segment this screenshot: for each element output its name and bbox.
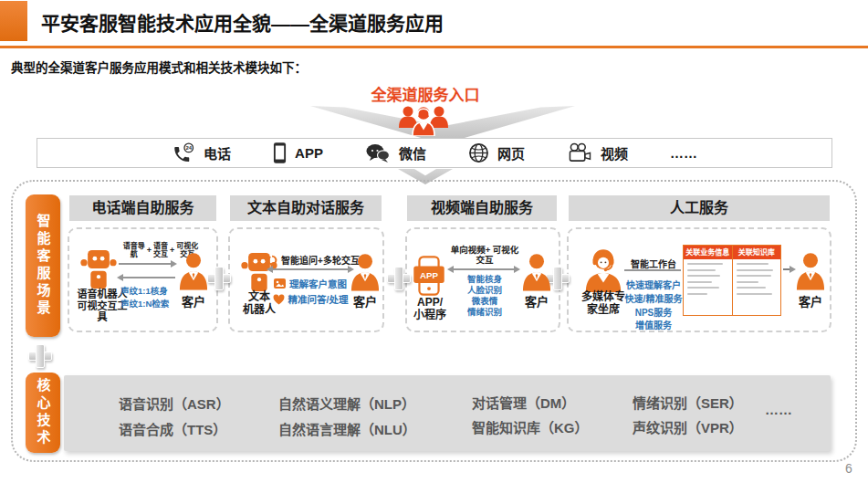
channel-label: 视频 bbox=[601, 143, 628, 163]
panel-body bbox=[733, 259, 781, 315]
feature-precise-service: 快速/精准服务 bbox=[619, 291, 688, 305]
linked-info-panel: 关联业务信息 关联知识库 bbox=[683, 245, 781, 316]
channel-phone: 24 电话 bbox=[172, 142, 231, 163]
column-title-human: 人工服务 bbox=[569, 195, 830, 221]
channel-app: APP bbox=[273, 142, 323, 164]
feature-microexpression: 微表情 bbox=[453, 296, 517, 307]
arrow-label-workbench: 智能工作台 bbox=[626, 257, 681, 270]
column-title-phone: 电话端自助服务 bbox=[69, 195, 216, 221]
customer-icon bbox=[350, 253, 380, 291]
heart-icon bbox=[273, 294, 285, 305]
panel-header: 关联知识库 bbox=[733, 246, 781, 259]
phone-24-icon: 24 bbox=[172, 142, 195, 163]
arrow-left bbox=[119, 277, 175, 278]
slide: 平安客服智能技术应用全貌——全渠道服务应用 典型的全渠道客户服务应用模式和相关技… bbox=[0, 0, 868, 483]
globe-icon bbox=[468, 142, 489, 163]
column-title-video: 视频端自助服务 bbox=[407, 195, 557, 221]
customer-icon bbox=[796, 252, 825, 290]
smartphone-icon bbox=[273, 142, 287, 164]
customer-icon bbox=[179, 252, 208, 290]
tech-dm: 对话管理（DM） bbox=[472, 393, 575, 412]
customer-label: 客户 bbox=[792, 292, 829, 310]
actor-label-app: APP/ 小程序 bbox=[403, 297, 456, 322]
linked-knowledge-column: 关联知识库 bbox=[733, 246, 781, 315]
feature-voiceprint-1to1: 声纹1:1核身 bbox=[120, 284, 168, 297]
arrow-bidirectional bbox=[449, 268, 518, 270]
svg-text:24: 24 bbox=[185, 145, 192, 151]
feature-value-add: 增值服务 bbox=[619, 318, 688, 331]
page-title: 平安客服智能技术应用全貌——全渠道服务应用 bbox=[41, 8, 444, 36]
robot-icon bbox=[78, 250, 119, 289]
connector-line bbox=[624, 269, 681, 271]
arrow-right bbox=[119, 263, 175, 265]
arrow-bidirectional bbox=[268, 268, 352, 270]
feature-emotion: 情绪识别 bbox=[453, 307, 517, 318]
channel-video: 视频 bbox=[567, 142, 628, 163]
tech-asr: 语音识别（ASR） bbox=[119, 394, 230, 413]
feature-face-recog: 人脸识别 bbox=[453, 285, 517, 296]
feature-intent: 理解客户意图 bbox=[267, 277, 354, 290]
customer-icon bbox=[522, 253, 551, 291]
feature-smart-id: 智能核身 bbox=[453, 274, 517, 285]
arrow-right bbox=[783, 268, 794, 270]
sidebar-scenarios-tab: 智能客服场景 bbox=[26, 194, 60, 337]
page-number: 6 bbox=[845, 461, 852, 476]
sidebar-core-tech-tab: 核心技术 bbox=[26, 373, 60, 453]
video-camera-icon bbox=[567, 142, 592, 163]
tech-kg: 智能知识库（KG） bbox=[472, 417, 589, 436]
core-tech-panel bbox=[64, 375, 831, 451]
tech-ser: 情绪识别（SER） bbox=[633, 393, 743, 412]
arrow-label-multiturn: 智能追问+多轮交互 bbox=[263, 253, 363, 267]
feature-precise-qa: 精准问答/处理 bbox=[267, 292, 354, 306]
customer-label: 客户 bbox=[518, 292, 555, 310]
tech-vpr: 声纹识别（VPR） bbox=[633, 417, 743, 436]
feature-quick-understand: 快速理解客户 bbox=[619, 278, 688, 291]
svg-text:APP: APP bbox=[420, 270, 438, 280]
tech-nlu: 自然语言理解（NLU） bbox=[278, 419, 416, 438]
plus-connector bbox=[28, 344, 52, 368]
column-title-text: 文本自助对话服务 bbox=[230, 195, 382, 221]
arrow-label-oneway-video: 单向视频+ 可视化 交互 bbox=[447, 245, 522, 266]
subtitle: 典型的全渠道客户服务应用模式和相关技术模块如下： bbox=[11, 58, 307, 76]
wechat-icon bbox=[365, 142, 391, 164]
channel-label: 网页 bbox=[497, 143, 525, 163]
tech-more: …… bbox=[765, 402, 792, 417]
app-icon: APP bbox=[413, 256, 445, 296]
tech-tts: 语音合成（TTS） bbox=[119, 419, 226, 438]
panel-body bbox=[684, 259, 732, 315]
channel-web: 网页 bbox=[468, 142, 525, 163]
chat-image-icon bbox=[274, 278, 286, 289]
refresh-icon bbox=[267, 255, 277, 266]
entry-title: 全渠道服务入口 bbox=[329, 82, 522, 105]
panel-header: 关联业务信息 bbox=[684, 246, 732, 259]
channel-more: …… bbox=[670, 145, 697, 161]
customer-label: 客户 bbox=[175, 292, 212, 310]
channel-label: 电话 bbox=[204, 143, 231, 163]
channel-bar: 24 电话 APP 微信 bbox=[37, 138, 832, 168]
feature-voiceprint-1toN: 声纹1:N检索 bbox=[120, 297, 169, 310]
plus-connector bbox=[387, 267, 411, 290]
channel-wechat: 微信 bbox=[365, 142, 426, 164]
title-divider bbox=[0, 46, 868, 48]
title-accent-block bbox=[0, 1, 27, 41]
feature-nps: NPS服务 bbox=[619, 305, 688, 319]
channel-label: APP bbox=[295, 145, 323, 161]
linked-business-info-column: 关联业务信息 bbox=[684, 246, 733, 315]
tech-nlp: 自然语义理解（NLP） bbox=[278, 394, 415, 413]
customer-label: 客户 bbox=[347, 292, 383, 310]
plus-connector bbox=[207, 267, 231, 290]
channel-label: 微信 bbox=[399, 143, 426, 163]
service-team-icon bbox=[398, 103, 449, 136]
